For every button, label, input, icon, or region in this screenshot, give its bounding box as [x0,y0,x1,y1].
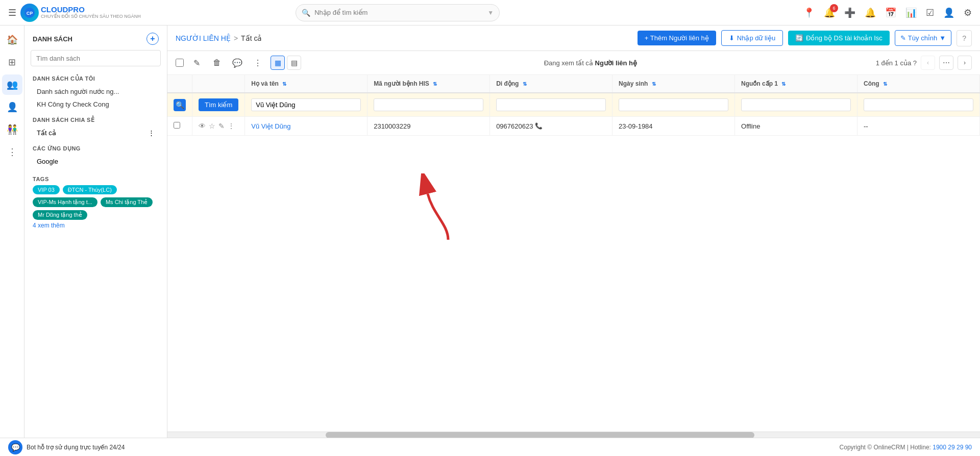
grid-view-button[interactable]: ▦ [271,56,285,70]
calendar-icon[interactable]: 📅 [885,7,896,18]
hotline-link[interactable]: 1900 29 29 90 [933,444,972,451]
sidebar-icon-more[interactable]: ⋮ [2,142,22,162]
sync-button[interactable]: 🔄 Đồng bộ DS tài khoản Isc [788,31,890,45]
notification-bell-icon[interactable]: 🔔 6 [824,7,835,18]
breadcrumb-separator: > [234,34,238,42]
tag-dtcn-thuy[interactable]: ĐTCN - Thúy(LC) [63,185,117,194]
list-view-button[interactable]: ▤ [287,56,301,70]
alert-icon[interactable]: 🔔 [865,7,876,18]
sidebar-shared-tatca[interactable]: Tất cả ⋮ [33,126,159,139]
tag-vip03[interactable]: VIP 03 [33,185,60,194]
pagination-more-button[interactable]: ⋯ [939,56,953,70]
breadcrumb-current: Tất cả [241,34,262,42]
scrollbar-thumb[interactable] [326,432,754,438]
search-input[interactable] [296,4,500,21]
more-toolbar-button[interactable]: ⋮ [250,55,265,70]
th-cong[interactable]: Công ⇅ [857,75,979,93]
pagination: 1 đến 1 của ? ‹ ⋯ › [876,56,972,70]
footer-chat: 💬 Bot hỗ trợ sử dụng trực tuyến 24/24 [8,440,125,454]
row-dob-cell: 23-09-1984 [612,117,735,136]
sidebar-icon-group[interactable]: 👫 [2,119,22,140]
user-icon[interactable]: 👤 [943,7,954,18]
header-actions: + Thêm Người liên hệ ⬇ Nhập dữ liệu 🔄 Đồ… [638,30,972,46]
search-source-input[interactable] [741,98,851,111]
search-phone-input[interactable] [496,98,606,111]
th-ma-nguoi-benh[interactable]: Mã người bệnh HIS ⇅ [368,75,490,93]
search-ma-input[interactable] [374,98,483,111]
sort-icon-cong: ⇅ [883,81,887,87]
main-layout: 🏠 ⊞ 👥 👤 👫 ⋮ DANH SÁCH + DANH SÁCH CỦA TÔ… [0,26,980,438]
hamburger-icon[interactable]: ☰ [8,7,16,18]
sidebar-item-congty-check[interactable]: KH Công ty Check Cong [33,98,159,111]
chat-toolbar-button[interactable]: 💬 [230,55,245,70]
th-ho-va-ten[interactable]: Họ và tên ⇅ [245,75,368,93]
customize-button[interactable]: ✎ Tùy chỉnh ▼ [895,30,951,46]
sidebar-icon-person[interactable]: 👤 [2,97,22,117]
phone-call-icon[interactable]: 📞 [535,122,543,130]
search-name-input[interactable] [251,98,361,111]
import-data-button[interactable]: ⬇ Nhập dữ liệu [721,30,783,46]
tag-ms-chi[interactable]: Ms Chi tặng Thẻ [101,197,153,207]
sort-icon-dob: ⇅ [652,81,656,87]
row-edit-icon[interactable]: ✎ [218,122,225,130]
row-name-cell: Vũ Việt Dũng [245,117,368,136]
settings-icon[interactable]: ⚙ [964,7,972,18]
search-icon: 🔍 [302,9,310,17]
chat-bot-icon[interactable]: 💬 [8,440,22,454]
edit-toolbar-button[interactable]: ✎ [189,55,204,70]
add-circle-icon[interactable]: ➕ [844,7,855,18]
tag-vip-ms-hanh[interactable]: VIP-Ms Hạnh tặng t... [33,197,97,207]
tasks-icon[interactable]: ☑ [926,7,934,18]
table-header-row: Họ và tên ⇅ Mã người bệnh HIS ⇅ Di động … [167,75,980,93]
next-page-button[interactable]: › [958,56,972,70]
sync-icon: 🔄 [795,34,803,42]
contact-name-link[interactable]: Vũ Việt Dũng [251,122,290,130]
row-source-cell: Offline [735,117,857,136]
import-icon: ⬇ [729,34,734,42]
search-dob-input[interactable] [619,98,728,111]
data-table: Họ và tên ⇅ Mã người bệnh HIS ⇅ Di động … [167,75,980,432]
search-dropdown-icon[interactable]: ▼ [487,9,494,16]
search-cong-input[interactable] [864,98,973,111]
logo-box: CP CLOUDPRO CHUYỂN ĐỔI SỐ CHUYÊN SÂU THE… [20,4,141,22]
horizontal-scrollbar[interactable] [167,432,980,438]
chart-icon[interactable]: 📊 [905,7,917,18]
sidebar-icon-contacts[interactable]: 👥 [2,74,22,95]
delete-toolbar-button[interactable]: 🗑 [209,55,225,70]
footer: 💬 Bot hỗ trợ sử dụng trực tuyến 24/24 Co… [0,438,980,456]
my-list-section: DANH SÁCH CỦA TÔI Danh sách người nước n… [24,71,167,113]
table-info: Đang xem tất cả Người liên hệ [310,59,871,67]
search-dob-cell [612,93,735,117]
breadcrumb: NGƯỜI LIÊN HỆ > Tất cả [176,34,262,42]
help-button[interactable]: ? [957,30,972,46]
row-more-icon[interactable]: ⋮ [228,122,235,130]
th-nguon-cap[interactable]: Nguồn cấp 1 ⇅ [735,75,857,93]
location-icon[interactable]: 📍 [803,7,815,18]
search-source-cell [735,93,857,117]
sidebar-app-google[interactable]: Google [33,155,159,168]
sidebar-item-nuoc-ngoai[interactable]: Danh sách người nước ng... [33,85,159,98]
add-list-button[interactable]: + [146,33,159,45]
th-di-dong[interactable]: Di động ⇅ [490,75,612,93]
breadcrumb-parent[interactable]: NGƯỜI LIÊN HỆ [176,34,231,42]
add-contact-button[interactable]: + Thêm Người liên hệ [638,31,716,45]
see-more-tags[interactable]: 4 xem thêm [33,220,159,231]
prev-page-button[interactable]: ‹ [921,56,935,70]
th-ngay-sinh[interactable]: Ngày sinh ⇅ [612,75,735,93]
sidebar-icon-grid[interactable]: ⊞ [2,52,22,72]
tags-section: TAGS VIP 03 ĐTCN - Thúy(LC) VIP-Ms Hạnh … [24,172,167,235]
sidebar-icon-home[interactable]: 🏠 [2,30,22,50]
row-view-icon[interactable]: 👁 [199,122,206,130]
row-phone-cell: 0967620623 📞 [490,117,612,136]
tag-mr-dung[interactable]: Mr Dũng tặng thẻ [33,210,87,220]
select-all-checkbox[interactable] [176,59,184,67]
row-cong-cell: -- [857,117,979,136]
shared-label: DANH SÁCH CHIA SẺ [33,117,159,123]
search-list-input[interactable] [31,50,161,66]
search-go-button[interactable]: Tìm kiếm [199,98,238,111]
filter-icon[interactable]: 🔍 [174,99,186,111]
row-star-icon[interactable]: ☆ [209,122,215,130]
shared-more-icon[interactable]: ⋮ [148,129,155,137]
row-checkbox[interactable] [174,122,180,129]
logo-icon: CP [20,4,39,22]
